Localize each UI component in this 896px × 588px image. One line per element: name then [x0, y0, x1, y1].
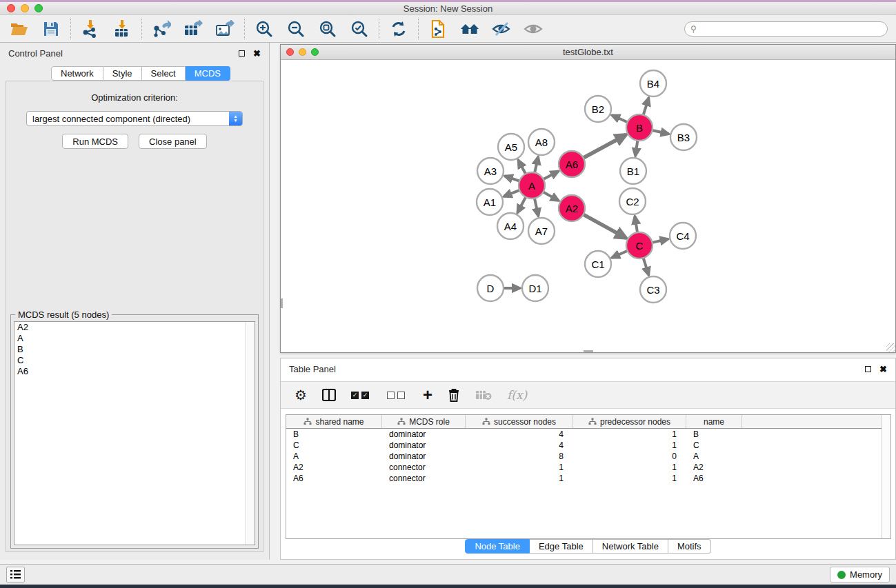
table-cell[interactable]: C — [686, 440, 742, 450]
zoom-selected-icon[interactable] — [350, 19, 369, 39]
graph-node-B1[interactable]: B1 — [620, 158, 646, 184]
tab-style[interactable]: Style — [103, 66, 142, 81]
network-window-titlebar[interactable]: testGlobe.txt — [281, 45, 895, 60]
table-cell[interactable]: A — [286, 452, 382, 461]
horizontal-scroll-thumb[interactable] — [584, 350, 593, 352]
graph-edge-B-B4[interactable] — [644, 98, 649, 115]
hide-selected-icon[interactable] — [492, 19, 511, 39]
search-input[interactable] — [699, 24, 882, 34]
graph-edge-A-A8[interactable] — [535, 156, 538, 172]
table-cell[interactable]: A6 — [686, 474, 742, 483]
zoom-out-icon[interactable] — [286, 19, 306, 39]
table-cell[interactable]: 0 — [573, 452, 686, 461]
run-mcds-button[interactable]: Run MCDS — [62, 134, 128, 149]
delete-column-icon[interactable] — [448, 387, 460, 403]
export-image-icon[interactable] — [215, 19, 235, 39]
export-table-icon[interactable] — [183, 19, 203, 39]
table-cell[interactable]: connector — [382, 463, 466, 472]
close-panel-icon[interactable]: ✖ — [253, 49, 261, 58]
table-tab-network-table[interactable]: Network Table — [593, 539, 668, 554]
task-history-button[interactable] — [6, 567, 25, 582]
table-cell[interactable]: 1 — [466, 474, 573, 483]
graph-node-D1[interactable]: D1 — [522, 275, 548, 301]
close-table-panel-icon[interactable]: ✖ — [879, 365, 887, 374]
table-cell[interactable]: connector — [382, 474, 466, 483]
graph-node-C3[interactable]: C3 — [640, 276, 666, 303]
table-cell[interactable]: A — [686, 452, 742, 461]
graph-node-A1[interactable]: A1 — [477, 189, 503, 215]
graph-node-A3[interactable]: A3 — [477, 158, 504, 184]
resize-grip[interactable] — [886, 343, 895, 352]
table-cell[interactable]: C — [286, 440, 382, 450]
graph-node-B3[interactable]: B3 — [670, 124, 697, 150]
delete-table-icon[interactable] — [475, 387, 492, 403]
result-item[interactable]: A6 — [14, 366, 255, 377]
import-network-icon[interactable] — [81, 19, 100, 39]
graph-node-B2[interactable]: B2 — [585, 96, 611, 122]
column-header-name[interactable]: name — [686, 415, 742, 428]
graph-edge-A-A5[interactable] — [518, 160, 526, 174]
float-table-panel-icon[interactable] — [865, 366, 871, 372]
table-row[interactable]: A6connector11A6 — [286, 473, 890, 484]
close-panel-button[interactable]: Close panel — [139, 134, 207, 149]
table-cell[interactable]: A6 — [286, 474, 382, 483]
show-all-icon[interactable] — [460, 19, 479, 39]
graph-edge-A-A7[interactable] — [535, 199, 538, 216]
graph-edge-B-B3[interactable] — [653, 130, 669, 134]
graph-edge-A-A1[interactable] — [504, 190, 519, 196]
tab-mcds[interactable]: MCDS — [186, 66, 230, 81]
graph-node-C2[interactable]: C2 — [619, 188, 646, 214]
table-cell[interactable]: dominator — [382, 452, 466, 461]
column-header-predecessor-nodes[interactable]: predecessor nodes — [573, 415, 686, 428]
column-header-successor-nodes[interactable]: successor nodes — [466, 415, 573, 428]
graph-node-A2[interactable]: A2 — [559, 195, 585, 221]
table-cell[interactable]: 4 — [466, 429, 573, 439]
zoom-fit-icon[interactable] — [318, 19, 337, 39]
table-scrollbar[interactable] — [882, 415, 890, 538]
result-item[interactable]: C — [14, 355, 255, 366]
save-session-icon[interactable] — [41, 19, 61, 39]
graph-edge-A2-C[interactable] — [584, 214, 626, 238]
vertical-scroll-thumb[interactable] — [281, 298, 283, 308]
graph-edge-A-A4[interactable] — [517, 197, 526, 213]
select-all-icon[interactable]: ✓✓ — [351, 387, 372, 403]
show-graphics-details-icon[interactable] — [524, 19, 543, 39]
graph-node-C1[interactable]: C1 — [585, 251, 611, 277]
table-cell[interactable]: 1 — [573, 474, 686, 483]
table-cell[interactable]: 4 — [466, 440, 573, 450]
criterion-dropdown[interactable]: largest connected component (directed) ▲… — [26, 111, 243, 126]
open-file-icon[interactable] — [10, 19, 29, 39]
graph-edge-A-A6[interactable] — [544, 171, 559, 179]
graph-edge-C-C4[interactable] — [653, 239, 668, 243]
graph-edge-B-B1[interactable] — [635, 141, 637, 156]
graph-edge-C-C2[interactable] — [635, 216, 637, 232]
graph-edge-A-A3[interactable] — [505, 176, 519, 181]
graph-node-A7[interactable]: A7 — [528, 218, 555, 244]
graph-node-A4[interactable]: A4 — [497, 213, 524, 239]
float-panel-icon[interactable] — [239, 50, 245, 57]
table-cell[interactable]: 8 — [466, 452, 573, 461]
deselect-all-icon[interactable] — [387, 387, 408, 403]
table-tab-node-table[interactable]: Node Table — [465, 539, 530, 554]
table-cell[interactable]: B — [686, 429, 742, 439]
graph-node-A8[interactable]: A8 — [528, 129, 555, 155]
result-item[interactable]: A — [14, 333, 255, 344]
network-canvas[interactable]: B4B2BB3A8A5A6B1A3AC2A1A2A4A7C4CC1C3DD1 — [281, 60, 895, 352]
export-network-icon[interactable] — [152, 19, 171, 39]
graph-node-B4[interactable]: B4 — [640, 70, 666, 97]
column-header-MCDS-role[interactable]: MCDS role — [382, 415, 466, 428]
result-scrollbar[interactable] — [245, 322, 255, 545]
graph-edge-B-B2[interactable] — [612, 115, 628, 122]
graph-node-A6[interactable]: A6 — [559, 151, 585, 177]
table-row[interactable]: Cdominator41C — [286, 440, 890, 451]
table-cell[interactable]: 1 — [573, 463, 686, 472]
table-row[interactable]: A2connector11A2 — [286, 462, 890, 473]
apply-layout-icon[interactable] — [389, 19, 408, 39]
column-header-shared-name[interactable]: shared name — [286, 415, 382, 428]
import-table-icon[interactable] — [112, 19, 132, 39]
table-cell[interactable]: 1 — [466, 463, 573, 472]
add-column-icon[interactable]: + — [423, 387, 432, 403]
duplicate-network-icon[interactable] — [428, 19, 448, 39]
memory-button[interactable]: Memory — [830, 567, 890, 582]
table-cell[interactable]: A2 — [286, 463, 382, 472]
